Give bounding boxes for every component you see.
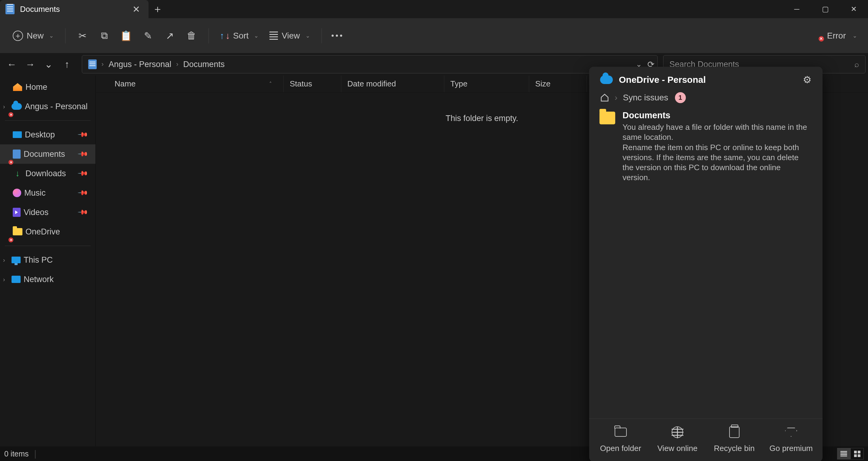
separator (209, 28, 209, 44)
flyout-crumb[interactable]: Sync issues (623, 93, 668, 103)
sidebar-item-documents[interactable]: ✕Documents📌 (0, 144, 95, 164)
expand-icon[interactable]: › (3, 276, 5, 283)
view-button[interactable]: View ⌄ (264, 27, 315, 45)
divider: | (34, 449, 37, 459)
desktop-icon (13, 131, 22, 138)
sidebar-item-label: This PC (24, 255, 53, 265)
flyout-title: OneDrive - Personal (619, 75, 706, 85)
tiles-view-toggle[interactable] (850, 448, 864, 460)
videos-icon (13, 208, 21, 217)
sidebar-item-downloads[interactable]: ↓Downloads📌 (0, 164, 95, 183)
details-view-toggle[interactable] (837, 448, 850, 460)
issue-item-desc-1: You already have a file or folder with t… (622, 122, 810, 143)
pin-icon[interactable]: 📌 (77, 187, 89, 198)
paste-icon: 📋 (121, 30, 131, 41)
breadcrumb-item[interactable]: Documents (183, 60, 225, 69)
item-count: 0 items (4, 450, 29, 458)
pin-icon[interactable]: 📌 (77, 129, 89, 140)
sidebar-item-onedrive-personal[interactable]: ›✕Angus - Personal (0, 97, 95, 116)
share-button[interactable]: ↗ (159, 27, 181, 45)
issue-item-desc-2: Rename the item on this PC or online to … (622, 143, 810, 183)
sidebar-item-desktop[interactable]: Desktop📌 (0, 125, 95, 144)
chevron-down-icon: ⌄ (49, 32, 54, 39)
expand-icon[interactable]: › (3, 257, 5, 264)
sort-asc-icon: ˄ (269, 81, 277, 87)
network-icon (11, 276, 21, 283)
new-tab-button[interactable]: ＋ (149, 0, 167, 18)
folder-icon (599, 112, 615, 124)
minimize-button[interactable]: ─ (782, 0, 811, 18)
rename-icon: ✎ (143, 30, 153, 41)
settings-button[interactable]: ⚙ (803, 74, 812, 86)
back-button[interactable]: ← (2, 54, 21, 74)
expand-icon[interactable]: › (3, 103, 5, 110)
recycle-bin-button[interactable]: Recycle bin (707, 426, 762, 453)
tab-title: Documents (20, 4, 60, 14)
column-size[interactable]: Size (529, 76, 587, 92)
delete-icon: 🗑 (186, 30, 197, 41)
pin-icon[interactable]: 📌 (77, 148, 89, 160)
delete-button[interactable]: 🗑 (181, 27, 203, 45)
sidebar-item-label: Documents (24, 149, 65, 159)
column-type[interactable]: Type (444, 76, 529, 92)
sidebar-item-home[interactable]: Home (0, 77, 95, 97)
up-button[interactable]: ↑ (58, 54, 76, 74)
folder-icon (615, 428, 627, 437)
divider (5, 120, 91, 121)
new-label: New (27, 31, 44, 41)
new-button[interactable]: + New ⌄ (7, 27, 59, 45)
more-button[interactable] (326, 27, 348, 45)
view-icon (270, 32, 278, 40)
sidebar: Home ›✕Angus - Personal Desktop📌 ✕Docume… (0, 76, 96, 446)
chevron-down-icon: ⌄ (254, 32, 258, 39)
onedrive-error-button[interactable]: ✕ Error ⌄ (808, 27, 863, 45)
cut-button[interactable]: ✂ (71, 27, 93, 45)
sidebar-item-this-pc[interactable]: ›This PC (0, 250, 95, 270)
music-icon (13, 189, 21, 197)
onedrive-error-icon: ✕ (813, 31, 822, 40)
column-date[interactable]: Date modified (341, 76, 444, 92)
sort-button[interactable]: Sort ⌄ (215, 27, 264, 45)
error-label: Error (827, 31, 846, 41)
documents-icon (88, 59, 97, 69)
go-premium-button[interactable]: Go premium (764, 426, 818, 453)
recent-button[interactable]: ⌄ (39, 54, 58, 74)
view-label: View (282, 31, 300, 41)
pin-icon[interactable]: 📌 (77, 206, 89, 218)
globe-icon (672, 426, 683, 438)
column-name[interactable]: Name˄ (96, 76, 284, 92)
onedrive-icon (11, 103, 22, 110)
folder-icon (13, 228, 23, 235)
column-status[interactable]: Status (284, 76, 341, 92)
maximize-button[interactable]: ▢ (811, 0, 839, 18)
sidebar-item-network[interactable]: ›Network (0, 270, 95, 289)
sidebar-item-label: Network (24, 275, 54, 284)
copy-button[interactable]: ⧉ (93, 27, 115, 45)
address-bar[interactable]: › Angus - Personal › Documents ⌄ ⟳ (82, 55, 658, 74)
open-folder-button[interactable]: Open folder (593, 426, 648, 453)
sidebar-item-onedrive[interactable]: ✕OneDrive (0, 222, 95, 241)
close-window-button[interactable]: ✕ (839, 0, 868, 18)
tab-close-button[interactable]: ✕ (131, 4, 141, 14)
tab-documents[interactable]: Documents ✕ (0, 0, 149, 18)
breadcrumb-item[interactable]: Angus - Personal (108, 60, 171, 69)
sidebar-item-music[interactable]: Music📌 (0, 183, 95, 203)
rename-button[interactable]: ✎ (137, 27, 159, 45)
separator (321, 28, 322, 44)
sidebar-item-videos[interactable]: Videos📌 (0, 203, 95, 222)
sidebar-item-label: Music (24, 188, 46, 198)
sidebar-item-label: Downloads (26, 169, 66, 178)
flyout-home-button[interactable] (600, 93, 609, 102)
documents-icon (13, 149, 21, 159)
plus-circle-icon: + (13, 31, 23, 41)
chevron-right-icon: › (176, 60, 178, 68)
chevron-right-icon: › (615, 93, 617, 103)
forward-button[interactable]: → (21, 54, 39, 74)
paste-button[interactable]: 📋 (115, 27, 137, 45)
this-pc-icon (11, 257, 21, 263)
onedrive-icon (600, 76, 613, 84)
ellipsis-icon (332, 35, 342, 37)
view-online-button[interactable]: View online (650, 426, 705, 453)
pin-icon[interactable]: 📌 (77, 168, 89, 179)
sync-issue-item[interactable]: Documents You already have a file or fol… (599, 110, 810, 183)
